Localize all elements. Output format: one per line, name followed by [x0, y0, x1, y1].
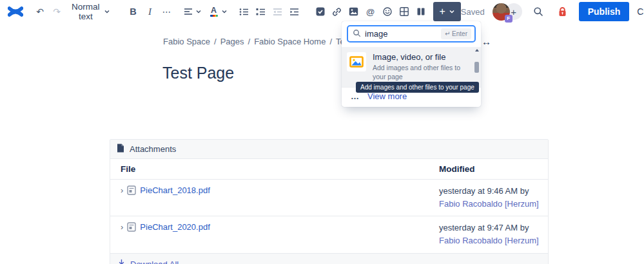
page-title: Test Page — [162, 64, 234, 82]
breadcrumb-item[interactable]: Pages — [220, 37, 244, 46]
close-button[interactable]: Close — [637, 6, 644, 17]
insert-more-button[interactable]: + — [433, 2, 461, 21]
insert-menu-popup: ↵ Enter Image, video, or file Add images… — [342, 21, 481, 107]
avatar[interactable]: F — [493, 3, 510, 21]
bullet-list-icon — [239, 8, 249, 16]
redo-button[interactable]: ↷ — [49, 3, 64, 20]
emoji-icon — [383, 7, 392, 16]
link-button[interactable] — [329, 3, 345, 20]
attachment-file-link[interactable]: PieChart_2018.pdf — [140, 185, 210, 195]
chevron-down-icon — [222, 9, 227, 14]
publish-button[interactable]: Publish — [579, 2, 630, 21]
scroll-up-icon[interactable] — [475, 49, 479, 52]
image-icon — [349, 7, 358, 16]
view-more-row: … View more Add images and other files t… — [342, 88, 481, 106]
lock-icon — [558, 6, 567, 17]
menu-item-title: Image, video, or file — [373, 52, 471, 62]
attachments-header: Attachments — [110, 140, 548, 159]
menu-item-subtitle: Add images and other files to your page — [373, 64, 471, 81]
layouts-icon — [416, 7, 425, 16]
attachments-table: File Modified › PieChart_2018.pdf yester… — [110, 159, 548, 254]
numbered-list-icon — [256, 8, 266, 16]
text-style-label: Normal text — [72, 2, 100, 21]
scrollbar-thumb[interactable] — [474, 62, 479, 73]
editor-toolbar: ↶ ↷ Normal text B I ⋯ A @ — [0, 0, 644, 23]
emoji-button[interactable] — [380, 3, 395, 20]
breadcrumb-item[interactable]: Fabio Space — [163, 37, 210, 46]
bold-button[interactable]: B — [126, 3, 141, 20]
modified-text: yesterday at 9:47 AM by — [439, 223, 529, 232]
chevron-down-icon — [196, 9, 201, 14]
table-icon — [400, 7, 409, 16]
chevron-down-icon — [449, 9, 454, 14]
layouts-button[interactable] — [413, 3, 429, 20]
column-header-file: File — [110, 159, 439, 179]
bullet-list-button[interactable] — [237, 3, 252, 20]
table-button[interactable] — [396, 3, 412, 20]
table-row: › PieChart_2018.pdf yesterday at 9:46 AM… — [110, 180, 548, 216]
align-left-icon — [184, 8, 193, 15]
breadcrumb-item[interactable]: Fabio Space Home — [254, 37, 326, 46]
restrictions-button[interactable] — [555, 3, 571, 20]
avatar-badge: F — [505, 15, 512, 23]
download-icon — [117, 258, 126, 264]
search-icon — [533, 6, 543, 17]
plus-icon: + — [440, 6, 445, 17]
undo-button[interactable]: ↶ — [32, 3, 48, 20]
attachments-header-label: Attachments — [130, 144, 176, 154]
horizontal-resize-cursor-icon: ↔ — [482, 36, 491, 47]
numbered-list-button[interactable] — [253, 3, 269, 20]
ellipsis-icon: … — [351, 91, 359, 101]
outdent-button[interactable] — [270, 3, 286, 20]
link-icon — [332, 7, 342, 17]
indent-icon — [289, 8, 299, 16]
modified-by-user-link[interactable]: Fabio Racobaldo [Herzum] — [439, 199, 539, 209]
enter-hint-badge: ↵ Enter — [441, 28, 471, 39]
pdf-file-icon — [127, 222, 136, 234]
chevron-down-icon — [104, 9, 110, 14]
saved-status: Saved — [461, 7, 485, 17]
insert-image-button[interactable] — [346, 3, 362, 20]
insert-search-box: ↵ Enter — [347, 25, 476, 42]
document-icon — [117, 144, 124, 155]
attachments-table-header: File Modified — [110, 159, 548, 180]
expand-chevron-icon[interactable]: › — [121, 222, 123, 232]
attachments-footer: Download All — [110, 254, 548, 264]
breadcrumb-separator: / — [329, 37, 332, 46]
column-header-modified: Modified — [439, 159, 548, 179]
download-all-link[interactable]: Download All — [130, 259, 179, 264]
text-color-icon: A — [210, 6, 218, 17]
task-checkbox-icon — [316, 7, 325, 16]
italic-button[interactable]: I — [142, 3, 158, 20]
search-icon — [353, 28, 361, 40]
text-color-button[interactable]: A — [211, 3, 226, 20]
confluence-logo-icon[interactable] — [8, 5, 23, 19]
image-file-icon — [347, 52, 366, 71]
expand-chevron-icon[interactable]: › — [121, 185, 123, 196]
pdf-file-icon — [127, 185, 136, 197]
attachments-panel: Attachments File Modified › PieChart_201… — [110, 139, 549, 264]
table-row: › PieChart_2020.pdf yesterday at 9:47 AM… — [110, 216, 548, 253]
modified-text: yesterday at 9:46 AM by — [439, 186, 529, 196]
task-list-button[interactable] — [313, 3, 328, 20]
alignment-button[interactable] — [185, 3, 200, 20]
mention-button[interactable]: @ — [363, 3, 378, 20]
more-formatting-button[interactable]: ⋯ — [159, 3, 175, 20]
view-more-link[interactable]: View more — [367, 91, 407, 101]
modified-by-user-link[interactable]: Fabio Racobaldo [Herzum] — [439, 236, 539, 245]
text-style-select[interactable]: Normal text — [68, 2, 113, 21]
attachment-file-link[interactable]: PieChart_2020.pdf — [140, 222, 210, 232]
indent-button[interactable] — [287, 3, 302, 20]
outdent-icon — [273, 8, 282, 16]
menu-scrollbar[interactable] — [473, 49, 480, 85]
tooltip: Add images and other files to your page — [356, 82, 479, 93]
breadcrumb-separator: / — [214, 37, 217, 46]
search-button[interactable] — [531, 3, 546, 20]
insert-search-input[interactable] — [365, 29, 437, 39]
breadcrumb-separator: / — [248, 37, 251, 46]
